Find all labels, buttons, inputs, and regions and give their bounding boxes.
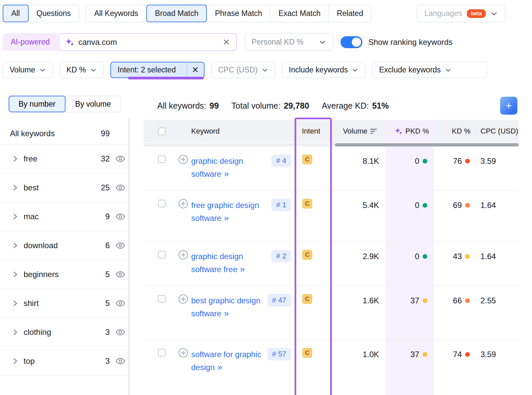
sidebar-item-best[interactable]: best 25: [0, 173, 130, 202]
pkd-header-label: PKD %: [405, 127, 429, 136]
chevron-right-icon: [13, 299, 18, 307]
group-count: 9: [105, 212, 110, 221]
tab-phrase-match[interactable]: Phrase Match: [206, 5, 270, 22]
keyword-link[interactable]: free graphic design software»: [191, 199, 264, 225]
sidebar-item-all-keywords[interactable]: All keywords 99: [0, 123, 130, 145]
sidebar-item-top[interactable]: top 3: [0, 347, 130, 376]
cpc-value: 3.59: [476, 340, 519, 395]
group-label: download: [24, 241, 58, 250]
eye-icon[interactable]: [116, 213, 125, 220]
group-label: free: [24, 154, 37, 163]
by-volume-tab[interactable]: By volume: [65, 96, 121, 112]
sort-descending-icon: [370, 128, 377, 134]
add-keyword-icon[interactable]: [178, 294, 188, 304]
scrollbar-thumb[interactable]: [335, 143, 519, 147]
volume-column-header[interactable]: Volume: [332, 127, 386, 136]
eye-icon[interactable]: [116, 329, 125, 336]
row-checkbox[interactable]: [158, 349, 166, 356]
eye-icon[interactable]: [116, 358, 125, 364]
volume-filter[interactable]: Volume: [3, 62, 53, 78]
tab-exact-match[interactable]: Exact Match: [270, 5, 329, 22]
clear-intent-filter-icon[interactable]: ✕: [187, 62, 204, 77]
clear-search-icon[interactable]: ✕: [223, 38, 230, 47]
tab-related[interactable]: Related: [329, 5, 371, 22]
cpc-filter[interactable]: CPC (USD): [211, 62, 275, 78]
sidebar-item-shirt[interactable]: shirt 5: [0, 289, 130, 318]
pkd-value: 0: [415, 154, 419, 167]
tab-all-keywords[interactable]: All Keywords: [86, 5, 147, 22]
kd-filter[interactable]: KD %: [60, 62, 104, 78]
eye-icon[interactable]: [116, 242, 125, 249]
eye-icon[interactable]: [116, 155, 125, 162]
volume-value: 2.9K: [332, 242, 386, 286]
eye-icon[interactable]: [116, 300, 125, 307]
sidebar-view-toggle: By number By volume: [9, 96, 121, 112]
sidebar-item-free[interactable]: free 32: [0, 145, 130, 173]
table-row: graphic design software» # 4 C 8.1K 0 76…: [144, 147, 519, 191]
include-keywords-filter[interactable]: Include keywords: [282, 62, 366, 78]
intent-column-header[interactable]: Intent: [295, 127, 332, 136]
kd-column-header[interactable]: KD %: [434, 127, 476, 136]
add-keyword-icon[interactable]: [178, 199, 188, 209]
personal-kd-label: Personal KD %: [252, 38, 304, 47]
add-keyword-icon[interactable]: [178, 348, 188, 358]
eye-icon[interactable]: [116, 184, 125, 191]
by-number-tab[interactable]: By number: [9, 96, 66, 112]
exclude-keywords-filter[interactable]: Exclude keywords: [372, 62, 487, 78]
pkd-value: 0: [415, 199, 419, 212]
group-label: shirt: [24, 299, 39, 308]
horizontal-scrollbar[interactable]: [144, 143, 519, 147]
cpc-column-header[interactable]: CPC (USD): [476, 127, 519, 136]
chevron-down-icon: [352, 67, 358, 73]
all-keywords-stat-value: 99: [209, 101, 219, 111]
pkd-dot: [423, 352, 427, 357]
tab-questions[interactable]: Questions: [28, 5, 79, 22]
chevron-down-icon: [90, 67, 97, 73]
add-keyword-icon[interactable]: [178, 250, 188, 260]
table-header: Keyword Intent Volume PKD % KD % CPC (US…: [144, 120, 519, 143]
kd-dot: [465, 159, 470, 163]
intent-badge-commercial: C: [302, 154, 312, 164]
search-query: canva.com: [78, 38, 219, 47]
kd-dot: [465, 203, 470, 208]
row-checkbox[interactable]: [158, 251, 166, 258]
scope-tabs: All Questions: [3, 5, 79, 22]
volume-header-label: Volume: [343, 127, 367, 136]
personal-kd-dropdown[interactable]: Personal KD %: [245, 33, 333, 51]
kd-value: 76: [453, 154, 462, 167]
add-to-list-button[interactable]: +: [500, 97, 517, 115]
show-ranking-toggle[interactable]: [340, 36, 362, 48]
sidebar-item-mac[interactable]: mac 9: [0, 202, 130, 231]
select-all-checkbox[interactable]: [158, 128, 166, 135]
position-badge: # 57: [267, 348, 291, 360]
ai-sparkle-icon: [65, 38, 74, 47]
languages-dropdown[interactable]: Languages beta: [417, 5, 505, 22]
keyword-groups-sidebar: By number By volume All keywords 99 free…: [0, 87, 130, 395]
tab-all[interactable]: All: [3, 5, 29, 22]
sidebar-item-beginners[interactable]: beginners 5: [0, 260, 130, 289]
keyword-column-header[interactable]: Keyword: [174, 127, 295, 136]
add-keyword-icon[interactable]: [178, 154, 188, 164]
tab-broad-match[interactable]: Broad Match: [146, 5, 207, 22]
row-checkbox[interactable]: [158, 155, 166, 163]
keyword-link[interactable]: software for graphic design»: [191, 348, 264, 374]
keyword-link[interactable]: graphic design software»: [191, 154, 264, 180]
cpc-value: 1.64: [476, 191, 519, 242]
plus-icon: +: [506, 100, 512, 112]
volume-value: 5.4K: [332, 191, 386, 242]
match-type-toolbar: All Questions All Keywords Broad Match P…: [3, 5, 532, 22]
intent-filter[interactable]: Intent: 2 selected ✕: [110, 62, 204, 78]
pkd-column-header[interactable]: PKD %: [386, 120, 434, 143]
eye-icon[interactable]: [116, 271, 125, 278]
sidebar-item-clothing[interactable]: clothing 3: [0, 318, 130, 347]
chevron-down-icon: [262, 67, 268, 73]
sidebar-item-download[interactable]: download 6: [0, 231, 130, 260]
serp-arrow-icon: »: [240, 264, 244, 274]
pkd-dot: [423, 203, 427, 208]
row-checkbox[interactable]: [158, 295, 166, 303]
position-badge: # 47: [267, 294, 291, 307]
row-checkbox[interactable]: [158, 200, 166, 207]
keyword-link[interactable]: best graphic design software»: [191, 294, 264, 320]
keyword-link[interactable]: graphic design software free»: [191, 250, 264, 276]
search-input[interactable]: canva.com ✕: [59, 33, 237, 51]
